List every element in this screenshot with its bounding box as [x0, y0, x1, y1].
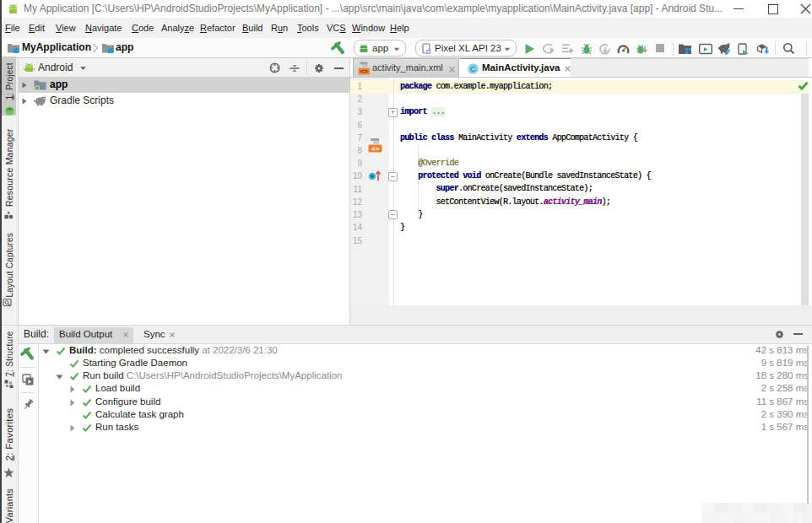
svg-text:<>: <>	[371, 145, 380, 153]
svg-text:C: C	[470, 65, 476, 73]
svg-text:<>: <>	[360, 67, 368, 75]
